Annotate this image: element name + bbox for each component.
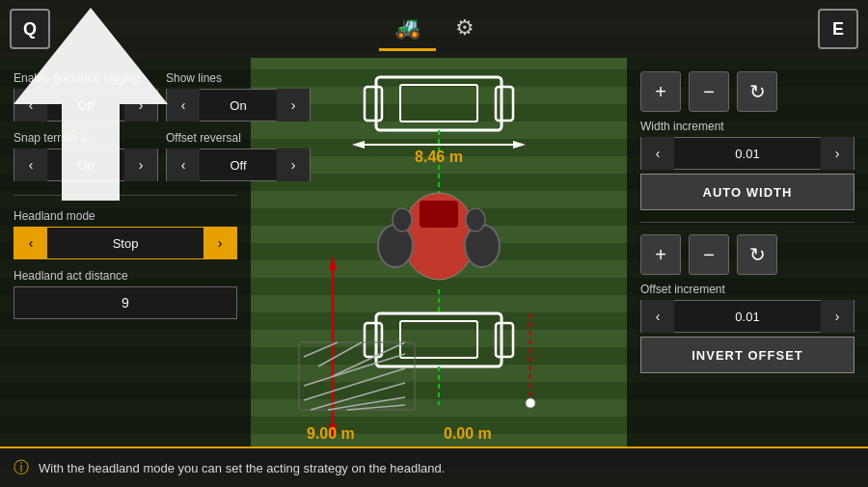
- topbar-center: 🚜 ⚙: [379, 8, 490, 51]
- offset-reversal-next[interactable]: ›: [277, 149, 310, 181]
- headland-act-section: Headland act distance 9: [14, 269, 237, 319]
- e-button[interactable]: E: [818, 9, 858, 49]
- svg-point-15: [465, 225, 500, 267]
- width-minus-button[interactable]: −: [689, 71, 729, 112]
- offset-reversal-label: Offset reversal: [166, 131, 311, 145]
- tab-settings[interactable]: ⚙: [440, 8, 490, 51]
- offset-reversal-prev[interactable]: ‹: [167, 149, 200, 181]
- tab-tractor[interactable]: 🚜: [379, 8, 436, 51]
- width-icon-row: + − ↻: [640, 71, 854, 112]
- svg-text:8.46 m: 8.46 m: [415, 149, 463, 165]
- show-lines-label: Show lines: [166, 71, 311, 85]
- offset-reversal-selector: ‹ Off ›: [166, 149, 311, 181]
- headland-act-input[interactable]: 9: [14, 286, 237, 319]
- headland-mode-section: Headland mode ‹ Stop ›: [14, 209, 237, 259]
- offset-val-prev[interactable]: ‹: [641, 300, 674, 333]
- tractor-icon: 🚜: [394, 15, 420, 41]
- settings-icon: ⚙: [455, 15, 475, 41]
- offset-reset-button[interactable]: ↻: [737, 234, 777, 275]
- show-lines-prev[interactable]: ‹: [167, 89, 200, 122]
- width-reset-button[interactable]: ↻: [737, 71, 777, 112]
- svg-point-14: [378, 225, 413, 267]
- width-plus-button[interactable]: +: [640, 71, 681, 112]
- info-icon: ⓘ: [14, 458, 29, 478]
- svg-point-25: [526, 398, 535, 408]
- headland-mode-value: Stop: [47, 236, 203, 251]
- offset-selector: ‹ 0.01 ›: [640, 300, 854, 333]
- width-increment-label: Width increment: [640, 120, 854, 133]
- invert-offset-button[interactable]: INVERT OFFSET: [640, 337, 854, 373]
- width-val-prev[interactable]: ‹: [641, 137, 674, 170]
- offset-icon-row: + − ↻: [640, 234, 854, 275]
- show-lines-next[interactable]: ›: [277, 89, 310, 122]
- arrow-overlay: [14, 8, 168, 204]
- topbar-right: E: [818, 9, 858, 49]
- offset-reversal-value: Off: [200, 158, 277, 173]
- show-lines-value: On: [200, 98, 277, 113]
- svg-rect-13: [420, 201, 458, 228]
- offset-val-next[interactable]: ›: [821, 300, 854, 333]
- offset-plus-button[interactable]: +: [640, 234, 681, 275]
- width-val-next[interactable]: ›: [821, 137, 854, 170]
- headland-mode-next[interactable]: ›: [203, 227, 236, 259]
- svg-marker-0: [14, 8, 168, 201]
- width-increment-value: 0.01: [674, 147, 821, 161]
- svg-point-16: [393, 208, 412, 231]
- offset-minus-button[interactable]: −: [689, 234, 729, 275]
- width-selector: ‹ 0.01 ›: [640, 137, 854, 170]
- auto-width-button[interactable]: AUTO WIDTH: [640, 174, 854, 210]
- headland-mode-selector: ‹ Stop ›: [14, 227, 237, 259]
- headland-mode-label: Headland mode: [14, 209, 237, 223]
- svg-point-17: [466, 208, 485, 231]
- bottombar: ⓘ With the headland mode you can set the…: [0, 446, 868, 487]
- headland-act-label: Headland act distance: [14, 269, 237, 283]
- width-section: + − ↻ Width increment ‹ 0.01 › AUTO WIDT…: [640, 71, 854, 210]
- headland-mode-prev[interactable]: ‹: [14, 227, 47, 259]
- offset-increment-label: Offset increment: [640, 283, 854, 296]
- show-lines-selector: ‹ On ›: [166, 89, 311, 122]
- divider-right-1: [640, 222, 854, 223]
- right-panel: + − ↻ Width increment ‹ 0.01 › AUTO WIDT…: [627, 58, 868, 446]
- svg-text:0.00 m: 0.00 m: [444, 425, 492, 442]
- svg-text:9.00 m: 9.00 m: [307, 425, 355, 442]
- info-text: With the headland mode you can set the a…: [39, 461, 445, 475]
- offset-increment-value: 0.01: [674, 310, 821, 324]
- offset-section: + − ↻ Offset increment ‹ 0.01 › INVERT O…: [640, 234, 854, 373]
